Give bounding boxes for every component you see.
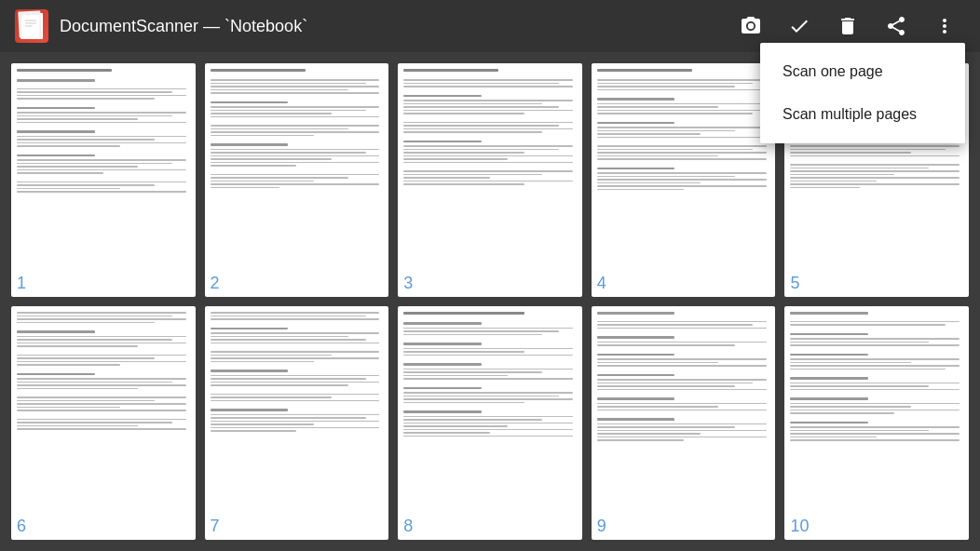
page-number-8: 8 [403,517,413,536]
page-item[interactable]: 2 [205,63,389,297]
page-item[interactable]: 9 [592,306,776,540]
share-button[interactable] [876,6,917,47]
page-number-10: 10 [790,517,809,536]
page-item[interactable]: 8 [398,306,582,540]
page-number-9: 9 [597,517,606,536]
title-actions [730,6,965,47]
page-thumb-9: 9 [592,306,776,540]
page-thumb-6: 6 [11,306,196,540]
scan-one-page-menu-item[interactable]: Scan one page [760,50,965,93]
check-button[interactable] [779,6,820,47]
page-thumb-3: 3 [398,63,582,297]
page-number-2: 2 [211,274,220,293]
page-item[interactable]: 3 [398,63,582,297]
page-item[interactable]: 1 [11,63,196,297]
page-thumb-1: 1 [11,63,196,297]
camera-button[interactable] [730,6,771,47]
page-thumb-10: 10 [784,306,969,540]
page-number-3: 3 [403,274,413,293]
app-icon [15,9,48,43]
page-thumb-7: 7 [205,306,389,540]
delete-button[interactable] [827,6,868,47]
page-thumb-8: 8 [398,306,582,540]
more-options-button[interactable] [924,6,965,47]
page-thumb-2: 2 [205,63,389,297]
page-number-5: 5 [790,274,799,293]
dropdown-menu: Scan one page Scan multiple pages [760,43,965,143]
title-left: DocumentScanner — `Notebook` [15,9,307,43]
page-item[interactable]: 6 [11,306,196,540]
page-number-1: 1 [17,274,26,293]
scan-multiple-pages-menu-item[interactable]: Scan multiple pages [760,93,965,136]
page-number-4: 4 [597,274,606,293]
page-thumb-4: 4 [592,63,776,297]
page-item[interactable]: 10 [784,306,969,540]
page-item[interactable]: 4 [592,63,776,297]
page-number-6: 6 [17,517,26,536]
page-number-7: 7 [211,517,220,536]
page-item[interactable]: 7 [205,306,389,540]
app-title: DocumentScanner — `Notebook` [60,17,307,36]
